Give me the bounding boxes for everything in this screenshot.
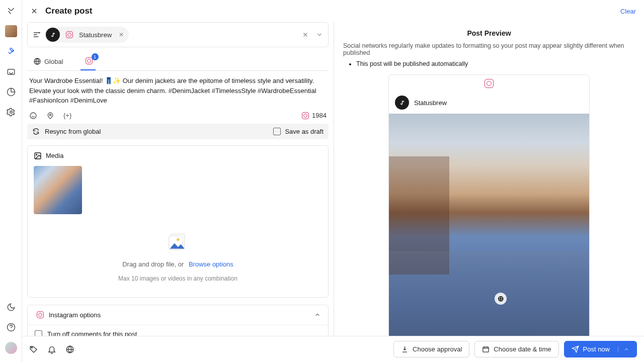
preview-account-name: Statusbrew: [414, 99, 447, 107]
settings-icon[interactable]: [6, 107, 17, 118]
media-thumbnail[interactable]: [34, 166, 82, 214]
svg-point-5: [49, 114, 51, 116]
media-icon: [34, 152, 42, 160]
preview-image: ⊕: [389, 114, 590, 336]
svg-point-4: [30, 113, 36, 119]
svg-point-11: [31, 347, 32, 348]
instagram-preview: ᔑ Statusbrew ⊕: [388, 74, 590, 336]
location-icon[interactable]: [46, 112, 54, 120]
instagram-icon: [86, 57, 93, 64]
instagram-options-card: Instagram options Turn off comments for …: [27, 305, 329, 336]
chevron-down-icon[interactable]: [316, 31, 323, 38]
draft-label: Save as draft: [285, 128, 324, 135]
globe-icon: [33, 57, 41, 65]
choose-approval-button[interactable]: Choose approval: [393, 341, 469, 357]
resync-icon[interactable]: [32, 128, 40, 135]
svg-point-1: [10, 111, 12, 114]
profile-name: Statusbrew: [79, 31, 112, 39]
profile-icon: ᔑ: [46, 28, 60, 42]
dropzone-subtext: Max 10 images or videos in any combinati…: [118, 275, 237, 282]
clear-all-icon[interactable]: [302, 31, 309, 38]
publish-icon[interactable]: [6, 46, 17, 57]
variable-icon[interactable]: {+}: [63, 112, 71, 119]
browse-button[interactable]: Browse options: [189, 260, 233, 268]
footer-bar: Choose approval Choose date & time Post …: [22, 336, 644, 362]
workspace-avatar[interactable]: [5, 25, 17, 37]
page-title: Create post: [45, 6, 93, 16]
instagram-options-title: Instagram options: [49, 311, 101, 319]
instagram-icon: [302, 112, 309, 119]
char-count: 1984: [312, 112, 327, 119]
approval-icon: [401, 345, 409, 353]
chevron-up-icon[interactable]: [618, 346, 629, 352]
profile-flow-icon: [33, 31, 41, 39]
media-card: Media Drag and drop file, or Browse opti…: [27, 145, 329, 298]
close-icon[interactable]: [30, 7, 38, 15]
dropzone-text: Drag and drop file, or Browse options: [122, 260, 233, 268]
media-title: Media: [46, 152, 63, 159]
theme-icon[interactable]: [6, 302, 17, 313]
instagram-options-header[interactable]: Instagram options: [28, 305, 328, 325]
brand-icon[interactable]: [6, 5, 17, 16]
compose-tabs: Global 1: [27, 52, 329, 71]
calendar-icon: [482, 345, 490, 353]
inbox-icon[interactable]: [6, 66, 17, 77]
svg-rect-13: [483, 347, 489, 352]
user-avatar[interactable]: [5, 342, 17, 354]
resync-button[interactable]: Resync from global: [45, 128, 101, 135]
instagram-icon: [37, 311, 44, 318]
svg-point-10: [177, 238, 180, 241]
tab-badge: 1: [92, 53, 99, 60]
sync-bar: Resync from global Save as draft: [27, 124, 329, 139]
help-icon[interactable]: [6, 322, 17, 333]
preview-title: Post Preview: [343, 29, 635, 37]
notification-icon[interactable]: [47, 345, 56, 354]
post-now-button[interactable]: Post now: [564, 341, 637, 357]
preview-bullet: This post will be published automaticall…: [356, 60, 635, 67]
send-icon: [572, 345, 579, 353]
caption-input[interactable]: Your Wardrobe Essential! 👖✨ Our denim ja…: [27, 71, 329, 109]
media-dropzone[interactable]: Drag and drop file, or Browse options Ma…: [34, 222, 322, 291]
analytics-icon[interactable]: [6, 86, 17, 98]
globe-icon[interactable]: [65, 345, 74, 354]
profile-selector[interactable]: ᔑ Statusbrew ✕: [27, 22, 329, 47]
comments-off-checkbox[interactable]: [35, 330, 42, 336]
comments-off-label: Turn off comments for this post: [47, 330, 137, 336]
emoji-icon[interactable]: [29, 112, 37, 120]
tag-people-button[interactable]: ⊕: [495, 293, 507, 305]
preview-panel: Post Preview Social networks regularly m…: [334, 22, 644, 336]
tab-instagram[interactable]: 1: [80, 52, 96, 70]
instagram-icon: [485, 79, 494, 88]
tag-icon[interactable]: [29, 345, 38, 354]
tab-global[interactable]: Global: [30, 52, 66, 70]
app-sidebar: [0, 0, 22, 362]
chevron-up-icon: [314, 311, 321, 318]
preview-avatar: ᔑ: [395, 96, 409, 110]
page-header: Create post Clear: [22, 0, 644, 22]
preview-note: Social networks regularly make updates t…: [343, 42, 635, 56]
remove-profile-icon[interactable]: ✕: [119, 31, 124, 38]
profile-chip: ᔑ Statusbrew ✕: [45, 27, 129, 43]
svg-point-7: [36, 154, 37, 155]
instagram-icon: [66, 31, 73, 38]
draft-checkbox[interactable]: [273, 128, 281, 135]
dropzone-image-icon: [167, 231, 189, 253]
tab-global-label: Global: [44, 58, 63, 65]
clear-button[interactable]: Clear: [620, 8, 636, 15]
compose-panel: ᔑ Statusbrew ✕ Global: [22, 22, 334, 336]
choose-date-button[interactable]: Choose date & time: [474, 341, 558, 357]
